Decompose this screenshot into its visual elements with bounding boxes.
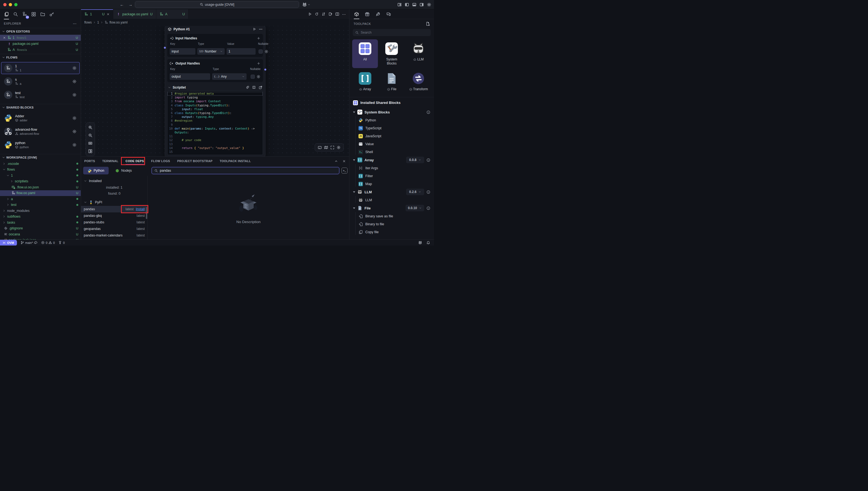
toggle-bottom-panel-button[interactable]	[412, 2, 416, 7]
tree-item[interactable]: node_modules	[0, 208, 81, 214]
shared-block-card[interactable]: python python	[1, 139, 80, 151]
info-icon[interactable]	[426, 206, 430, 210]
info-icon[interactable]	[426, 110, 430, 114]
maximize-window-button[interactable]	[14, 3, 18, 6]
output-key-field[interactable]: output	[170, 73, 210, 80]
open-editor-item[interactable]: A flows/a U	[0, 47, 81, 53]
input-type-select[interactable]: 123 Number	[197, 48, 225, 55]
panel-tab[interactable]: TOOLPACK INSTALL	[220, 157, 251, 165]
tree-item[interactable]: a	[0, 196, 81, 202]
panel-tab[interactable]: TERMINAL	[102, 157, 118, 165]
console-button[interactable]	[318, 145, 322, 149]
split-editor-button[interactable]	[335, 12, 339, 16]
package-search-input[interactable]: pandas	[152, 167, 339, 174]
collapse-triangle-icon[interactable]	[353, 112, 355, 113]
block-item[interactable]: Shell	[349, 148, 434, 156]
package-row[interactable]: pandas latest Install	[81, 206, 147, 212]
version-select[interactable]: 0.2.6	[406, 189, 424, 195]
category-card[interactable]: File	[379, 69, 405, 94]
fit-view-button[interactable]	[88, 141, 92, 145]
tree-item[interactable]: subflows	[0, 214, 81, 220]
tree-item[interactable]: tasks	[0, 220, 81, 226]
fullscreen-button[interactable]	[330, 145, 334, 149]
collapse-triangle-icon[interactable]	[353, 207, 355, 209]
maximize-panel-icon[interactable]	[334, 160, 338, 163]
block-item[interactable]: Binary save as file	[349, 212, 434, 220]
version-select[interactable]: 0.0.10	[406, 205, 424, 211]
keys-activity-icon[interactable]	[48, 11, 55, 18]
export-button[interactable]	[328, 12, 332, 16]
tree-item[interactable]: oocana U	[0, 231, 81, 237]
git-branch-item[interactable]: main*	[21, 241, 37, 244]
attach-icon[interactable]	[245, 86, 249, 89]
block-item[interactable]: LLM	[349, 196, 434, 204]
breadcrumb-item[interactable]: 1	[97, 21, 99, 24]
toolpack-tab-icon[interactable]	[354, 11, 359, 17]
panel-tab[interactable]: PORTS	[84, 157, 95, 165]
block-item[interactable]: Map	[349, 180, 434, 188]
remote-indicator[interactable]: OVM	[0, 240, 17, 246]
search-activity-icon[interactable]	[12, 11, 19, 18]
block-item[interactable]: TS TypeScript	[349, 124, 434, 132]
compare-button[interactable]	[322, 12, 326, 16]
block-item[interactable]: Value	[349, 140, 434, 148]
close-tab-icon[interactable]	[106, 12, 110, 16]
add-input-button[interactable]	[257, 36, 261, 40]
install-link[interactable]: Install	[136, 207, 145, 211]
command-center-search[interactable]: usage-guide [OVM]	[135, 1, 299, 8]
node-header[interactable]: Python #1 ⋯	[167, 26, 263, 32]
category-card[interactable]: Transform	[406, 69, 431, 94]
python-toggle[interactable]: Python	[83, 167, 109, 174]
category-card[interactable]: LLM	[406, 39, 431, 68]
output-type-select[interactable]: {..} Any	[212, 73, 247, 80]
flow-card[interactable]: s a	[1, 76, 80, 87]
info-icon[interactable]	[426, 190, 430, 194]
shared-blocks-section-header[interactable]: SHARED BLOCKS	[0, 104, 81, 111]
block-item[interactable]: Iter Args	[349, 164, 434, 172]
breadcrumb-item[interactable]: flow.oo.yaml	[109, 21, 128, 24]
tree-item[interactable]: .flow.ui.oo.json U	[0, 184, 81, 190]
feedback-tab-icon[interactable]	[385, 11, 391, 17]
output-handle-dot[interactable]	[264, 68, 267, 71]
package-row[interactable]: pandas-market-calendars latest	[81, 232, 147, 239]
workspace-section-header[interactable]: WORKSPACE [OVM]	[0, 154, 81, 161]
tree-item[interactable]: test	[0, 202, 81, 208]
notifications-bell-icon[interactable]	[426, 241, 430, 245]
explorer-more-button[interactable]: ⋯	[73, 21, 77, 26]
open-editors-header[interactable]: OPEN EDITORS	[0, 28, 81, 35]
code-editor[interactable]: 1 #region generated meta 2 import typing	[167, 91, 263, 155]
tree-item[interactable]: .gitignore U	[0, 226, 81, 232]
input-value-field[interactable]: 1	[226, 48, 255, 55]
toggle-left-sidebar-button[interactable]	[405, 2, 409, 7]
group-header-row[interactable]: LLM 0.2.6	[349, 188, 434, 196]
nullable-checkbox[interactable]	[259, 50, 263, 54]
info-icon[interactable]	[426, 158, 430, 162]
category-card[interactable]: System Blocks	[379, 39, 405, 68]
python-node[interactable]: Python #1 ⋯ Input Handles	[165, 26, 266, 156]
nodejs-toggle[interactable]: Nodejs	[111, 167, 136, 174]
editor-tab[interactable]: ! package.oo.yaml U	[113, 9, 156, 19]
tree-item[interactable]: scriptlets	[0, 178, 81, 184]
shared-block-card[interactable]: advanced-flow advanced-flow	[1, 125, 80, 138]
editor-tab[interactable]: A U	[156, 9, 189, 19]
canvas-settings-gear[interactable]	[336, 145, 341, 149]
rerun-button[interactable]	[315, 12, 319, 16]
toggle-right-sidebar-button[interactable]	[419, 2, 424, 7]
block-item[interactable]: Copy file	[349, 228, 434, 236]
block-settings-gear[interactable]	[72, 129, 77, 134]
close-editor-icon[interactable]	[3, 36, 6, 39]
panel-tab[interactable]: FLOW LOGS	[151, 157, 170, 165]
block-settings-gear[interactable]	[72, 143, 77, 147]
input-key-field[interactable]: input	[170, 48, 195, 55]
add-output-button[interactable]	[257, 61, 261, 65]
new-toolpack-button[interactable]	[426, 22, 430, 26]
open-editor-item[interactable]: ! package.oo.yaml U	[0, 41, 81, 47]
customize-layout-button[interactable]	[397, 2, 402, 7]
panel-tab[interactable]: PROJECT BOOTSTRAP	[177, 157, 212, 165]
close-panel-icon[interactable]	[342, 160, 346, 163]
flow-settings-gear[interactable]	[72, 66, 77, 70]
more-actions-button[interactable]: ⋯	[342, 12, 346, 17]
group-header-row[interactable]: File 0.0.10	[349, 204, 434, 212]
problems-item[interactable]: 0 0	[41, 241, 55, 244]
package-row[interactable]: pandas-gbq latest	[81, 212, 147, 219]
